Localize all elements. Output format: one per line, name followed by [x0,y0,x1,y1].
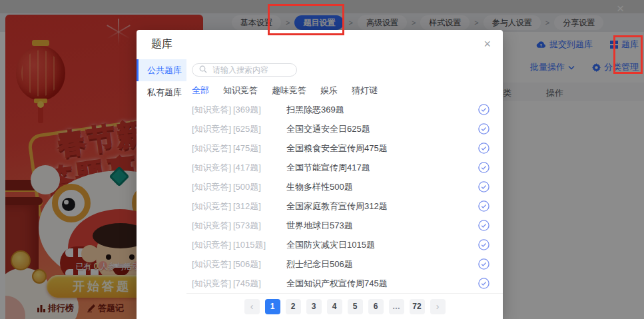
item-type-tag: [知识竞答] [192,200,233,212]
bank-type-sidebar: 公共题库 私有题库 [137,58,186,293]
bank-list-item[interactable]: [知识竞答] [312题] 全国家庭教育宣传周312题 [192,196,491,216]
filter-fun-quiz[interactable]: 趣味竞答 [272,85,306,97]
item-title: 烈士纪念日506题 [286,258,478,270]
bank-list-item[interactable]: [知识竞答] [506题] 烈士纪念日506题 [192,254,491,274]
filter-entertainment[interactable]: 娱乐 [320,85,338,97]
item-type-tag: [知识竞答] [192,104,233,116]
bank-list-item[interactable]: [知识竞答] [625题] 全国交通安全日625题 [192,119,491,139]
item-count-tag: [500题] [233,181,278,193]
pagination-ellipsis[interactable]: … [389,299,404,314]
filter-lantern-riddle[interactable]: 猜灯谜 [352,85,378,97]
search-input[interactable] [211,65,290,75]
item-count-tag: [475题] [233,143,278,155]
item-count-tag: [369题] [233,104,278,116]
check-circle-icon[interactable] [478,123,489,135]
filter-knowledge-quiz[interactable]: 知识竞答 [223,85,258,97]
bank-content: 全部 知识竞答 趣味竞答 娱乐 猜灯谜 [知识竞答] [369题] 扫黑除恶36… [186,58,503,293]
item-count-tag: [625题] [233,123,278,135]
item-title: 全国知识产权宣传周745题 [286,278,478,290]
item-count-tag: [506题] [233,258,278,270]
check-circle-icon[interactable] [478,278,489,289]
item-title: 全国交通安全日625题 [286,123,478,135]
item-count-tag: [312题] [233,200,278,212]
bank-list-item[interactable]: [知识竞答] [1015题] 全国防灾减灾日1015题 [192,235,491,254]
question-bank-list: [知识竞答] [369题] 扫黑除恶369题 [知识竞答] [625题] 全国交… [192,100,491,293]
item-count-tag: [745题] [233,278,278,290]
bank-list-item[interactable]: [知识竞答] [417题] 全国节能宣传周417题 [192,158,491,177]
question-bank-modal: 题库 × 公共题库 私有题库 全部 知识竞答 趣味竞答 娱乐 [137,30,503,319]
filter-all[interactable]: 全部 [192,85,209,97]
item-title: 全国防灾减灾日1015题 [286,239,478,251]
check-circle-icon[interactable] [478,239,489,250]
annotation-box-question-settings [268,4,344,35]
item-type-tag: [知识竞答] [192,123,233,135]
bank-list-item[interactable]: [知识竞答] [369题] 扫黑除恶369题 [192,100,491,119]
item-count-tag: [573题] [233,220,278,232]
sidebar-item-private-bank[interactable]: 私有题库 [137,81,186,103]
item-title: 全国粮食安全宣传周475题 [286,143,478,155]
app-screen: × 基本设置 > 题目设置 > 高级设置 > 样式设置 > 参与人设置 > 分享… [0,0,644,319]
check-circle-icon[interactable] [478,220,489,231]
pagination-page-1[interactable]: 1 [265,299,280,314]
item-title: 全国家庭教育宣传周312题 [286,200,478,212]
modal-body: 公共题库 私有题库 全部 知识竞答 趣味竞答 娱乐 猜灯谜 [137,58,503,293]
item-count-tag: [1015题] [233,239,278,251]
modal-title: 题库 [151,37,172,51]
check-circle-icon[interactable] [478,104,489,115]
item-type-tag: [知识竞答] [192,143,233,155]
pagination-page-6[interactable]: 6 [368,299,384,314]
check-circle-icon[interactable] [478,143,489,154]
item-type-tag: [知识竞答] [192,239,233,251]
item-count-tag: [417题] [233,162,278,174]
check-circle-icon[interactable] [478,200,489,212]
sidebar-item-public-bank[interactable]: 公共题库 [137,59,186,81]
pagination-page-3[interactable]: 3 [306,299,322,314]
item-title: 全国节能宣传周417题 [286,162,478,174]
pagination-prev-button[interactable]: ‹ [244,299,260,314]
modal-close-icon[interactable]: × [483,38,491,50]
item-type-tag: [知识竞答] [192,258,233,270]
pagination-page-4[interactable]: 4 [327,299,342,314]
item-type-tag: [知识竞答] [192,162,233,174]
category-filter-tabs: 全部 知识竞答 趣味竞答 娱乐 猜灯谜 [192,85,491,97]
check-circle-icon[interactable] [478,162,489,173]
check-circle-icon[interactable] [478,181,489,192]
item-title: 世界地球日573题 [286,220,478,232]
pagination: ‹ 1 2 3 4 5 6 … 72 › [186,293,503,319]
pagination-page-72[interactable]: 72 [410,299,425,314]
item-title: 生物多样性500题 [286,181,478,193]
pagination-page-5[interactable]: 5 [348,299,363,314]
item-type-tag: [知识竞答] [192,278,233,290]
pagination-next-button[interactable]: › [430,299,446,314]
bank-list-item[interactable]: [知识竞答] [745题] 全国知识产权宣传周745题 [192,274,491,293]
item-type-tag: [知识竞答] [192,181,233,193]
search-icon [199,64,207,76]
item-type-tag: [知识竞答] [192,220,233,232]
bank-list-item[interactable]: [知识竞答] [573题] 世界地球日573题 [192,216,491,235]
bank-list-item[interactable]: [知识竞答] [500题] 生物多样性500题 [192,177,491,196]
annotation-box-bank-button [613,35,643,74]
bank-list-item[interactable]: [知识竞答] [475题] 全国粮食安全宣传周475题 [192,139,491,158]
pagination-page-2[interactable]: 2 [286,299,301,314]
item-title: 扫黑除恶369题 [286,104,478,116]
search-box[interactable] [192,63,297,77]
check-circle-icon[interactable] [478,258,489,270]
